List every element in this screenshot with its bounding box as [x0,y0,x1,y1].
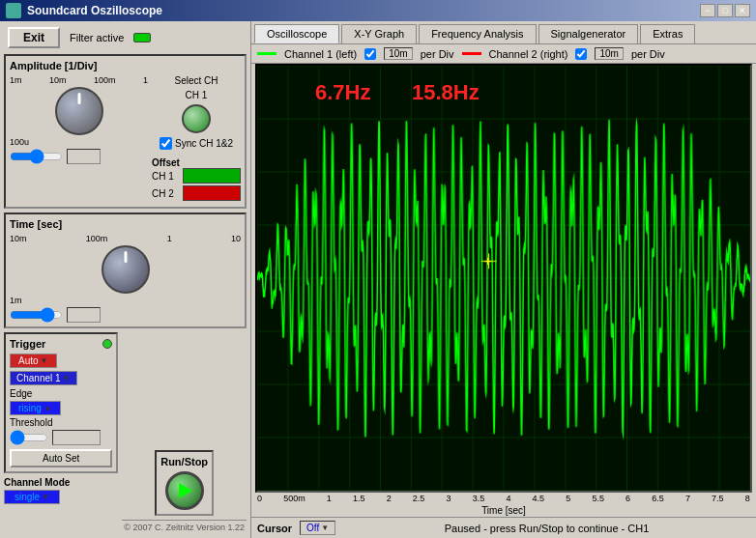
amp-label-1m: 1m [10,75,22,85]
time-slider[interactable] [10,307,63,323]
bottom-left-section: Trigger Auto ▼ Channel 1 ▼ [4,332,247,534]
time-left: 10m 100m 1 10 1m 8 [10,234,241,323]
maximize-button[interactable]: □ [717,4,733,17]
time-knob-labels: 10m 100m 1 10 [10,234,241,243]
filter-label: Filter active [70,32,124,43]
time-panel: Time [sec] 10m 100m 1 10 1m [4,212,247,328]
minimize-button[interactable]: − [700,4,715,17]
time-label-10: 10 [231,234,241,243]
x-label-4: 4 [506,494,510,503]
cursor-label: Cursor [257,523,292,534]
amplitude-knob[interactable] [55,87,103,135]
trigger-title-row: Trigger [10,338,112,350]
run-stop-label: Run/Stop [160,456,208,467]
time-title: Time [sec] [10,218,241,230]
time-value-input[interactable]: 8 [67,307,101,323]
cursor-off-button[interactable]: Off ▼ [300,521,335,535]
top-bar-controls: Exit Filter active [4,25,247,50]
oscilloscope-screen: 6.7Hz 15.8Hz + [255,64,752,493]
frequency-annotation-1: 6.7Hz [315,80,370,105]
ch2-offset-input[interactable]: 0.0000 [183,185,241,201]
edge-label: Edge [10,388,112,399]
main-container: Exit Filter active Amplitude [1/Div] 1m … [0,21,756,538]
x-axis-title: Time [sec] [251,504,756,517]
amplitude-value-input[interactable]: 0.01 [67,149,101,164]
amplitude-title: Amplitude [1/Div] [10,60,241,71]
time-label-1m: 1m [10,296,241,305]
frequency-annotation-2: 15.8Hz [412,80,480,105]
left-panel: Exit Filter active Amplitude [1/Div] 1m … [0,21,251,538]
x-label-7: 7 [685,494,690,503]
trigger-auto-button[interactable]: Auto ▼ [10,354,57,368]
x-label-8: 8 [745,494,750,503]
x-label-4-5: 4.5 [533,494,545,503]
tabs-bar: Oscilloscope X-Y Graph Frequency Analysi… [251,21,756,43]
amplitude-slider[interactable] [10,149,63,164]
edge-button[interactable]: rising ▼ [10,401,61,415]
offset-title: Offset [152,157,241,168]
x-label-1-5: 1.5 [353,494,365,503]
ch1-offset-input[interactable]: 0.0000 [183,168,241,184]
ch2-per-div-label: per Div [631,48,665,60]
trigger-channel-button[interactable]: Channel 1 ▼ [10,371,77,385]
channel-mode-section: Channel Mode single ▼ [4,477,118,504]
ch2-visibility-checkbox[interactable] [575,48,587,60]
filter-led [133,33,151,42]
amplitude-knob-labels: 1m 10m 100m 1 [10,75,148,85]
x-label-6: 6 [625,494,630,503]
run-stop-button[interactable] [165,471,204,510]
close-button[interactable]: ✕ [735,4,750,17]
ch1-visibility-checkbox[interactable] [364,48,376,60]
x-label-2-5: 2.5 [413,494,425,503]
title-buttons: − □ ✕ [700,4,750,17]
amplitude-right: Select CH CH 1 Sync CH 1&2 Offset CH 1 0… [152,75,241,203]
time-knob[interactable] [102,245,150,294]
x-label-3-5: 3.5 [473,494,485,503]
threshold-row: 0.01 [10,430,112,445]
scope-canvas [257,66,750,491]
amplitude-slider-row: 0.01 [10,149,148,164]
channel-mode-arrow: ▼ [42,493,49,501]
tab-signalgenerator[interactable]: Signalgenerator [538,24,639,43]
x-label-7-5: 7.5 [712,494,724,503]
trigger-box: Trigger Auto ▼ Channel 1 ▼ [4,332,118,473]
channel-mode-button[interactable]: single ▼ [4,490,60,504]
tab-xy-graph[interactable]: X-Y Graph [341,24,417,43]
x-label-2: 2 [387,494,392,503]
trigger-auto-arrow: ▼ [41,356,48,365]
ch1-per-div-label: per Div [421,48,454,60]
x-label-5: 5 [566,494,570,503]
channel-bar: Channel 1 (left) 10m per Div Channel 2 (… [251,43,756,64]
tab-frequency-analysis[interactable]: Frequency Analysis [419,24,536,43]
threshold-input[interactable]: 0.01 [52,430,101,445]
x-axis-labels: 0 500m 1 1.5 2 2.5 3 3.5 4 4.5 5 5.5 6 6… [251,493,756,504]
offset-section: Offset CH 1 0.0000 CH 2 0.0000 [152,157,241,203]
threshold-slider[interactable] [10,430,48,445]
autoset-button[interactable]: Auto Set [10,449,112,467]
time-label-1: 1 [167,234,172,243]
sync-checkbox[interactable] [160,137,172,150]
ch1-per-div-value: 10m [384,47,412,60]
time-slider-row: 8 [10,307,241,323]
play-icon [179,483,192,498]
ch1-label-small: CH 1 [186,90,208,100]
tab-extras[interactable]: Extras [640,24,695,43]
x-label-500m: 500m [283,494,305,503]
amplitude-section: 1m 10m 100m 1 100u 0.01 [10,75,241,203]
trigger-auto-row: Auto ▼ [10,354,112,368]
exit-button[interactable]: Exit [8,27,60,48]
channel-mode-title: Channel Mode [4,477,118,488]
run-stop-area: Run/Stop © 2007 C. Zeitnitz Version 1.22 [122,332,247,534]
ch1-channel-label: Channel 1 (left) [284,48,357,60]
time-section: 10m 100m 1 10 1m 8 [10,234,241,323]
amplitude-left: 1m 10m 100m 1 100u 0.01 [10,75,148,164]
ch1-color-indicator [257,52,276,55]
amp-label-100u: 100u [10,137,148,147]
cursor-dropdown-arrow: ▼ [321,524,329,532]
edge-arrow: ▼ [44,405,52,413]
copyright-text: © 2007 C. Zeitnitz Version 1.22 [122,520,247,534]
tab-oscilloscope[interactable]: Oscilloscope [254,24,339,43]
amp-label-10m: 10m [49,75,67,85]
x-label-6-5: 6.5 [652,494,664,503]
right-panel: Oscilloscope X-Y Graph Frequency Analysi… [251,21,756,538]
